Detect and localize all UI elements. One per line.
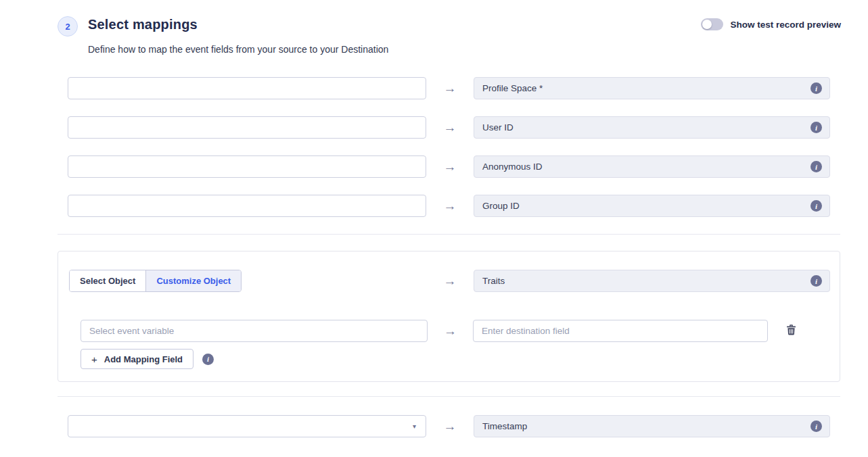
arrow-right-icon: →	[426, 121, 474, 134]
arrow-right-icon: →	[426, 160, 474, 173]
add-mapping-row: + Add Mapping Field i	[81, 349, 830, 369]
arrow-right-icon: →	[426, 420, 474, 433]
destination-field-label: Anonymous ID	[482, 162, 543, 172]
test-record-preview-toggle-group: Show test record preview	[701, 18, 841, 30]
destination-field: Profile Space * i	[474, 77, 830, 99]
destination-field-label: Profile Space *	[482, 83, 543, 93]
page-subtitle: Define how to map the event fields from …	[88, 44, 388, 55]
mapping-row-user-id: → User ID i	[68, 116, 868, 139]
add-mapping-field-label: Add Mapping Field	[104, 354, 183, 364]
custom-field-mapping-row: →	[81, 320, 830, 342]
divider	[58, 396, 840, 397]
destination-field-label: Group ID	[482, 201, 520, 211]
step-number-badge: 2	[58, 16, 78, 37]
object-type-tabs: Select Object Customize Object	[69, 270, 242, 292]
mapping-row-group-id: → Group ID i	[68, 195, 868, 217]
title-block: Select mappings Define how to map the ev…	[88, 16, 388, 55]
destination-field: User ID i	[474, 116, 830, 139]
info-icon[interactable]: i	[810, 200, 822, 212]
destination-field-label: Traits	[482, 276, 505, 286]
info-icon[interactable]: i	[810, 420, 822, 432]
arrow-right-icon: →	[426, 274, 474, 287]
test-record-preview-toggle[interactable]	[701, 18, 723, 30]
destination-field: Group ID i	[474, 195, 830, 217]
destination-field: Anonymous ID i	[474, 155, 830, 178]
source-field-input[interactable]	[68, 77, 426, 99]
destination-field: Timestamp i	[474, 415, 830, 437]
tab-select-object[interactable]: Select Object	[70, 270, 145, 291]
mapping-row-anonymous-id: → Anonymous ID i	[68, 155, 868, 178]
select-mappings-panel: 2 Select mappings Define how to map the …	[0, 0, 868, 457]
mapping-rows: → Profile Space * i → User ID i → Anonym…	[0, 77, 868, 217]
chevron-down-icon: ▾	[413, 423, 416, 430]
divider	[58, 234, 840, 235]
object-mapping-section: Select Object Customize Object → Traits …	[58, 251, 840, 382]
event-variable-input[interactable]	[81, 320, 428, 342]
info-icon[interactable]: i	[810, 122, 822, 133]
plus-icon: +	[91, 354, 97, 364]
destination-field-label: Timestamp	[482, 421, 527, 431]
arrow-right-icon: →	[428, 324, 473, 337]
info-icon[interactable]: i	[810, 161, 822, 172]
mapping-row-timestamp: ▾ → Timestamp i	[68, 415, 868, 437]
arrow-right-icon: →	[426, 82, 474, 95]
source-field-input[interactable]	[68, 116, 426, 139]
trash-icon	[785, 324, 797, 338]
source-field-input[interactable]	[68, 195, 426, 217]
arrow-right-icon: →	[426, 199, 474, 212]
source-field-input[interactable]	[68, 155, 426, 178]
mapping-row-traits: Select Object Customize Object → Traits …	[69, 270, 830, 292]
page-title: Select mappings	[88, 16, 388, 32]
destination-field-label: User ID	[482, 122, 513, 133]
destination-field: Traits i	[474, 270, 830, 292]
timestamp-source-select[interactable]: ▾	[68, 415, 426, 437]
info-icon[interactable]: i	[810, 82, 822, 94]
tab-customize-object[interactable]: Customize Object	[145, 270, 241, 291]
info-icon[interactable]: i	[202, 354, 214, 365]
delete-mapping-button[interactable]	[784, 322, 798, 339]
toggle-label: Show test record preview	[730, 20, 841, 30]
add-mapping-field-button[interactable]: + Add Mapping Field	[81, 349, 193, 369]
toggle-knob	[702, 20, 712, 29]
mapping-row-profile-space: → Profile Space * i	[68, 77, 868, 99]
info-icon[interactable]: i	[810, 275, 822, 287]
destination-field-input[interactable]	[473, 320, 768, 342]
header: 2 Select mappings Define how to map the …	[0, 0, 868, 55]
